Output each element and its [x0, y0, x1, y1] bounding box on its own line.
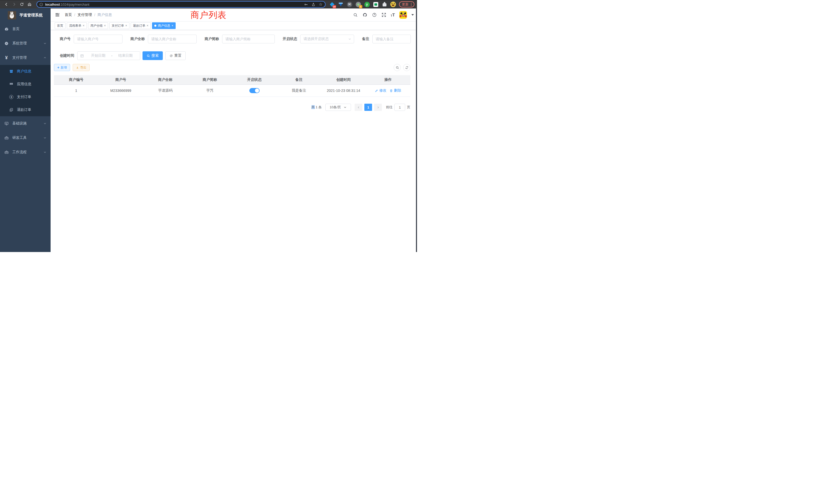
- show-search-button[interactable]: [394, 64, 401, 71]
- extension-badge: 10: [332, 5, 336, 8]
- plus-icon: +: [57, 66, 59, 69]
- extension-command-icon[interactable]: ⌘: [347, 2, 352, 7]
- sidebar-item-home[interactable]: 首页: [0, 22, 50, 36]
- font-size-icon[interactable]: TT: [391, 13, 395, 17]
- filter-form-row-1: 商户号 商户全称 商户简称 开启状态 请选择开启状态: [60, 35, 410, 43]
- extension-diamond-icon[interactable]: 10: [329, 2, 335, 7]
- column-header: 操作: [366, 75, 411, 85]
- extensions-puzzle-icon[interactable]: [381, 2, 387, 7]
- password-key-icon[interactable]: [304, 3, 308, 6]
- close-icon[interactable]: ×: [125, 24, 127, 27]
- delete-link[interactable]: 删除: [390, 88, 401, 93]
- briefcase-icon: [4, 150, 9, 155]
- browser-menu-icon[interactable]: [411, 3, 412, 6]
- search-icon[interactable]: [353, 12, 358, 18]
- cell-create-time: 2021-10-23 08:31:14: [321, 85, 366, 96]
- close-icon[interactable]: ×: [104, 24, 106, 27]
- page-unit-label: 页: [407, 105, 410, 110]
- browser-reload-icon[interactable]: [18, 1, 26, 8]
- short-name-input[interactable]: [222, 35, 275, 43]
- close-icon[interactable]: ×: [83, 24, 85, 27]
- goto-label: 前往: [386, 105, 393, 110]
- edit-link[interactable]: 修改: [375, 88, 387, 93]
- reset-button[interactable]: 重置: [166, 51, 185, 60]
- extension-chat-icon[interactable]: [373, 2, 378, 7]
- breadcrumb-home[interactable]: 首页: [65, 13, 72, 17]
- sidebar-item-refund-order[interactable]: 退款订单: [0, 104, 50, 116]
- remark-label: 备注: [362, 37, 372, 41]
- refresh-table-button[interactable]: [403, 64, 410, 71]
- browser-home-icon[interactable]: [26, 1, 34, 8]
- sidebar-item-pay-order[interactable]: ¥ 支付订单: [0, 91, 50, 104]
- full-name-input[interactable]: [148, 35, 197, 43]
- calendar-icon: [80, 54, 84, 58]
- sidebar-collapse-icon[interactable]: [55, 12, 60, 18]
- next-page-button[interactable]: [374, 104, 382, 111]
- sidebar-item-app-info[interactable]: 应用信息: [0, 78, 50, 91]
- chevron-down-icon: [348, 38, 351, 41]
- page-size-select[interactable]: 10条/页: [325, 104, 351, 111]
- date-start-placeholder: 开始日期: [86, 53, 110, 58]
- tag-user-group[interactable]: 用户分组×: [88, 22, 108, 29]
- page-number-1[interactable]: 1: [364, 104, 372, 111]
- extension-y-icon[interactable]: y: [364, 2, 370, 7]
- column-header: 创建时间: [321, 75, 366, 85]
- fullscreen-icon[interactable]: [381, 12, 387, 18]
- cell-merchant-id: 1: [54, 85, 98, 96]
- breadcrumb-payment[interactable]: 支付管理: [78, 13, 92, 17]
- tag-refund-order[interactable]: 退款订单×: [131, 22, 151, 29]
- sidebar-item-system[interactable]: 系统管理: [0, 36, 50, 50]
- sidebar-item-label: 应用信息: [17, 82, 31, 87]
- user-avatar[interactable]: [399, 11, 407, 19]
- download-icon: [76, 66, 79, 69]
- sidebar-item-workflow[interactable]: 工作流程: [0, 145, 50, 159]
- add-button[interactable]: + 新增: [54, 64, 70, 71]
- site-info-icon[interactable]: [39, 3, 43, 6]
- export-button[interactable]: 导出: [73, 64, 90, 71]
- remark-input[interactable]: [372, 35, 411, 43]
- browser-back-icon[interactable]: [3, 1, 10, 8]
- short-name-label: 商户简称: [205, 37, 222, 41]
- merchant-no-input[interactable]: [74, 35, 123, 43]
- app-logo[interactable]: 芋道管理系统: [0, 8, 50, 22]
- browser-profile-avatar[interactable]: [390, 2, 396, 7]
- gear-icon: [4, 41, 9, 46]
- close-icon[interactable]: ×: [147, 24, 148, 27]
- extension-badge: 1: [359, 5, 362, 8]
- sidebar-item-label: 支付订单: [17, 95, 31, 99]
- browser-forward-icon[interactable]: [10, 1, 18, 8]
- address-bar[interactable]: localhost:1024/pay/merchant ☆: [37, 1, 326, 8]
- tag-pay-order[interactable]: 支付订单×: [109, 22, 129, 29]
- sidebar-item-merchant-info[interactable]: 商户信息: [0, 65, 50, 78]
- search-icon: [147, 54, 150, 58]
- tag-merchant-info[interactable]: 商户信息×: [152, 22, 176, 29]
- sidebar-item-dev-tools[interactable]: 研发工具: [0, 131, 50, 145]
- extension-camera-icon[interactable]: 1: [355, 2, 361, 7]
- share-icon[interactable]: [311, 3, 315, 6]
- create-time-range-picker[interactable]: 开始日期 - 结束日期: [77, 51, 140, 60]
- cell-remark: 我是备注: [277, 85, 322, 96]
- status-select[interactable]: 请选择开启状态: [300, 35, 354, 43]
- date-end-placeholder: 结束日期: [113, 53, 137, 58]
- table-row: 1 M233666999 芋道源码 芋艿 我是备注 2021-10-23 08:…: [54, 85, 410, 97]
- avatar-caret-icon[interactable]: [411, 14, 414, 16]
- sidebar-item-payment[interactable]: ¥ 支付管理: [0, 50, 50, 65]
- tag-home[interactable]: 首页: [55, 22, 65, 29]
- pagination: 共 1 条 10条/页 1 前往 页: [54, 104, 410, 111]
- sidebar-item-infrastructure[interactable]: 基础设施: [0, 116, 50, 131]
- cell-full-name: 芋道源码: [143, 85, 188, 96]
- goto-page-input[interactable]: [394, 104, 405, 111]
- url-text: localhost:1024/pay/merchant: [45, 3, 89, 6]
- extension-gem-icon[interactable]: [338, 2, 344, 7]
- tag-process-form[interactable]: 流程表单×: [67, 22, 87, 29]
- browser-update-button[interactable]: 更新: [399, 1, 414, 7]
- help-icon[interactable]: [372, 12, 377, 18]
- close-icon[interactable]: ×: [172, 24, 173, 27]
- sidebar: 芋道管理系统 首页 系统管理 ¥ 支付管理 商户信息: [0, 8, 50, 252]
- bookmark-star-icon[interactable]: ☆: [319, 2, 323, 6]
- github-icon[interactable]: [362, 12, 368, 18]
- search-button[interactable]: 搜索: [142, 51, 163, 60]
- prev-page-button[interactable]: [355, 104, 362, 111]
- status-toggle[interactable]: [249, 88, 260, 93]
- table-header-row: 商户编号 商户号 商户全称 商户简称 开启状态 备注 创建时间 操作: [54, 75, 410, 85]
